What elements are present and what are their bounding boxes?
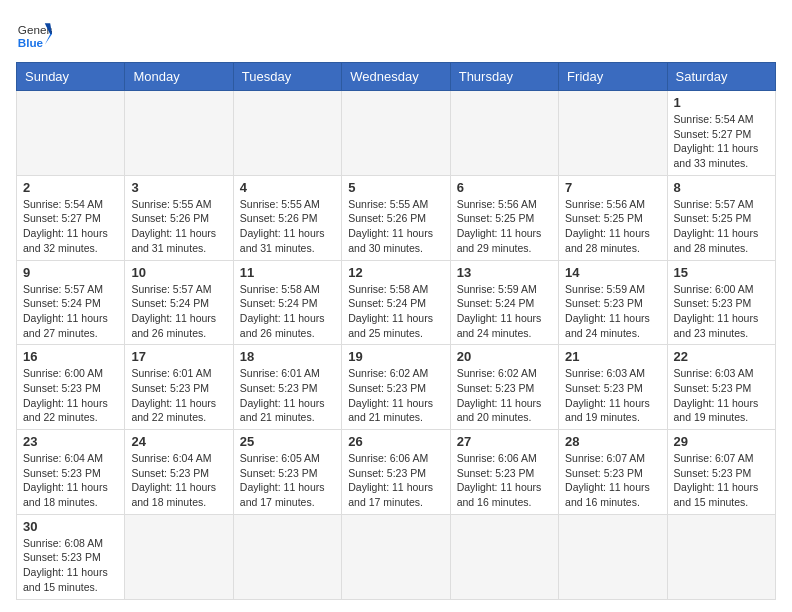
day-info: Sunrise: 5:59 AM Sunset: 5:24 PM Dayligh…: [457, 282, 552, 341]
calendar-week-row: 23Sunrise: 6:04 AM Sunset: 5:23 PM Dayli…: [17, 430, 776, 515]
calendar-day-26: 26Sunrise: 6:06 AM Sunset: 5:23 PM Dayli…: [342, 430, 450, 515]
calendar-day-15: 15Sunrise: 6:00 AM Sunset: 5:23 PM Dayli…: [667, 260, 775, 345]
day-number: 10: [131, 265, 226, 280]
calendar-day-9: 9Sunrise: 5:57 AM Sunset: 5:24 PM Daylig…: [17, 260, 125, 345]
day-number: 4: [240, 180, 335, 195]
day-info: Sunrise: 5:55 AM Sunset: 5:26 PM Dayligh…: [348, 197, 443, 256]
day-number: 17: [131, 349, 226, 364]
day-number: 6: [457, 180, 552, 195]
calendar-day-10: 10Sunrise: 5:57 AM Sunset: 5:24 PM Dayli…: [125, 260, 233, 345]
day-number: 22: [674, 349, 769, 364]
day-info: Sunrise: 6:08 AM Sunset: 5:23 PM Dayligh…: [23, 536, 118, 595]
day-number: 25: [240, 434, 335, 449]
calendar-day-22: 22Sunrise: 6:03 AM Sunset: 5:23 PM Dayli…: [667, 345, 775, 430]
calendar-day-1: 1Sunrise: 5:54 AM Sunset: 5:27 PM Daylig…: [667, 91, 775, 176]
calendar-day-28: 28Sunrise: 6:07 AM Sunset: 5:23 PM Dayli…: [559, 430, 667, 515]
day-info: Sunrise: 6:03 AM Sunset: 5:23 PM Dayligh…: [674, 366, 769, 425]
day-info: Sunrise: 6:04 AM Sunset: 5:23 PM Dayligh…: [131, 451, 226, 510]
calendar-day-6: 6Sunrise: 5:56 AM Sunset: 5:25 PM Daylig…: [450, 175, 558, 260]
weekday-header-saturday: Saturday: [667, 63, 775, 91]
day-info: Sunrise: 6:01 AM Sunset: 5:23 PM Dayligh…: [131, 366, 226, 425]
day-number: 7: [565, 180, 660, 195]
calendar-day-empty: [342, 91, 450, 176]
day-info: Sunrise: 6:01 AM Sunset: 5:23 PM Dayligh…: [240, 366, 335, 425]
day-number: 26: [348, 434, 443, 449]
calendar-day-3: 3Sunrise: 5:55 AM Sunset: 5:26 PM Daylig…: [125, 175, 233, 260]
calendar-day-30: 30Sunrise: 6:08 AM Sunset: 5:23 PM Dayli…: [17, 514, 125, 599]
day-info: Sunrise: 6:04 AM Sunset: 5:23 PM Dayligh…: [23, 451, 118, 510]
day-number: 15: [674, 265, 769, 280]
calendar-day-empty: [125, 91, 233, 176]
day-number: 13: [457, 265, 552, 280]
weekday-header-wednesday: Wednesday: [342, 63, 450, 91]
day-number: 5: [348, 180, 443, 195]
day-number: 21: [565, 349, 660, 364]
day-info: Sunrise: 5:54 AM Sunset: 5:27 PM Dayligh…: [674, 112, 769, 171]
calendar-day-7: 7Sunrise: 5:56 AM Sunset: 5:25 PM Daylig…: [559, 175, 667, 260]
calendar-day-29: 29Sunrise: 6:07 AM Sunset: 5:23 PM Dayli…: [667, 430, 775, 515]
calendar-day-empty: [450, 514, 558, 599]
day-number: 20: [457, 349, 552, 364]
calendar-day-2: 2Sunrise: 5:54 AM Sunset: 5:27 PM Daylig…: [17, 175, 125, 260]
calendar-day-4: 4Sunrise: 5:55 AM Sunset: 5:26 PM Daylig…: [233, 175, 341, 260]
day-number: 19: [348, 349, 443, 364]
header: General Blue: [16, 16, 776, 52]
calendar-day-17: 17Sunrise: 6:01 AM Sunset: 5:23 PM Dayli…: [125, 345, 233, 430]
day-number: 24: [131, 434, 226, 449]
calendar-day-13: 13Sunrise: 5:59 AM Sunset: 5:24 PM Dayli…: [450, 260, 558, 345]
calendar-day-27: 27Sunrise: 6:06 AM Sunset: 5:23 PM Dayli…: [450, 430, 558, 515]
day-info: Sunrise: 6:07 AM Sunset: 5:23 PM Dayligh…: [565, 451, 660, 510]
calendar-day-14: 14Sunrise: 5:59 AM Sunset: 5:23 PM Dayli…: [559, 260, 667, 345]
day-info: Sunrise: 5:57 AM Sunset: 5:24 PM Dayligh…: [131, 282, 226, 341]
calendar-week-row: 2Sunrise: 5:54 AM Sunset: 5:27 PM Daylig…: [17, 175, 776, 260]
weekday-header-sunday: Sunday: [17, 63, 125, 91]
day-info: Sunrise: 6:05 AM Sunset: 5:23 PM Dayligh…: [240, 451, 335, 510]
calendar-day-12: 12Sunrise: 5:58 AM Sunset: 5:24 PM Dayli…: [342, 260, 450, 345]
day-number: 9: [23, 265, 118, 280]
logo-icon: General Blue: [16, 16, 52, 52]
day-number: 14: [565, 265, 660, 280]
calendar-day-18: 18Sunrise: 6:01 AM Sunset: 5:23 PM Dayli…: [233, 345, 341, 430]
weekday-header-monday: Monday: [125, 63, 233, 91]
calendar-day-23: 23Sunrise: 6:04 AM Sunset: 5:23 PM Dayli…: [17, 430, 125, 515]
day-info: Sunrise: 6:02 AM Sunset: 5:23 PM Dayligh…: [457, 366, 552, 425]
day-number: 29: [674, 434, 769, 449]
calendar-day-19: 19Sunrise: 6:02 AM Sunset: 5:23 PM Dayli…: [342, 345, 450, 430]
day-number: 11: [240, 265, 335, 280]
weekday-header-tuesday: Tuesday: [233, 63, 341, 91]
calendar-day-20: 20Sunrise: 6:02 AM Sunset: 5:23 PM Dayli…: [450, 345, 558, 430]
calendar: SundayMondayTuesdayWednesdayThursdayFrid…: [16, 62, 776, 600]
calendar-day-5: 5Sunrise: 5:55 AM Sunset: 5:26 PM Daylig…: [342, 175, 450, 260]
calendar-day-11: 11Sunrise: 5:58 AM Sunset: 5:24 PM Dayli…: [233, 260, 341, 345]
weekday-header-row: SundayMondayTuesdayWednesdayThursdayFrid…: [17, 63, 776, 91]
day-number: 28: [565, 434, 660, 449]
day-info: Sunrise: 5:56 AM Sunset: 5:25 PM Dayligh…: [457, 197, 552, 256]
day-info: Sunrise: 6:03 AM Sunset: 5:23 PM Dayligh…: [565, 366, 660, 425]
calendar-day-empty: [667, 514, 775, 599]
svg-text:Blue: Blue: [18, 36, 44, 49]
calendar-day-empty: [559, 91, 667, 176]
day-number: 16: [23, 349, 118, 364]
calendar-day-21: 21Sunrise: 6:03 AM Sunset: 5:23 PM Dayli…: [559, 345, 667, 430]
calendar-day-empty: [559, 514, 667, 599]
weekday-header-thursday: Thursday: [450, 63, 558, 91]
day-info: Sunrise: 5:55 AM Sunset: 5:26 PM Dayligh…: [131, 197, 226, 256]
weekday-header-friday: Friday: [559, 63, 667, 91]
calendar-day-24: 24Sunrise: 6:04 AM Sunset: 5:23 PM Dayli…: [125, 430, 233, 515]
calendar-day-empty: [233, 514, 341, 599]
day-info: Sunrise: 6:07 AM Sunset: 5:23 PM Dayligh…: [674, 451, 769, 510]
day-info: Sunrise: 5:56 AM Sunset: 5:25 PM Dayligh…: [565, 197, 660, 256]
calendar-day-8: 8Sunrise: 5:57 AM Sunset: 5:25 PM Daylig…: [667, 175, 775, 260]
day-number: 2: [23, 180, 118, 195]
day-number: 8: [674, 180, 769, 195]
calendar-day-16: 16Sunrise: 6:00 AM Sunset: 5:23 PM Dayli…: [17, 345, 125, 430]
calendar-week-row: 30Sunrise: 6:08 AM Sunset: 5:23 PM Dayli…: [17, 514, 776, 599]
calendar-day-empty: [17, 91, 125, 176]
day-info: Sunrise: 5:55 AM Sunset: 5:26 PM Dayligh…: [240, 197, 335, 256]
calendar-day-empty: [342, 514, 450, 599]
day-info: Sunrise: 6:00 AM Sunset: 5:23 PM Dayligh…: [674, 282, 769, 341]
day-number: 1: [674, 95, 769, 110]
calendar-day-25: 25Sunrise: 6:05 AM Sunset: 5:23 PM Dayli…: [233, 430, 341, 515]
day-info: Sunrise: 6:00 AM Sunset: 5:23 PM Dayligh…: [23, 366, 118, 425]
day-info: Sunrise: 5:58 AM Sunset: 5:24 PM Dayligh…: [348, 282, 443, 341]
